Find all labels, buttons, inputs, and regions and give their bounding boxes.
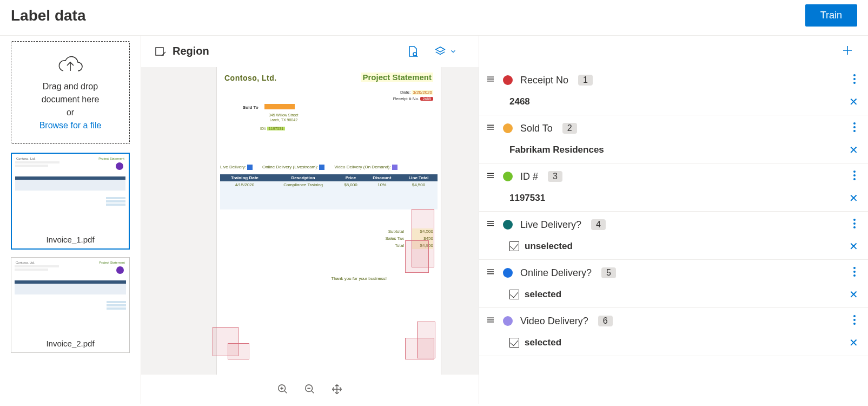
layers-icon[interactable] bbox=[434, 45, 457, 57]
document-table: Training DateDescriptionPriceDiscountLin… bbox=[220, 174, 438, 209]
clear-value-button[interactable]: ✕ bbox=[849, 192, 858, 205]
region-draw-icon bbox=[154, 45, 167, 58]
field-shortcut-badge: 1 bbox=[578, 75, 593, 86]
label-field: Sold To 2 Fabrikam Residences ✕ bbox=[479, 115, 868, 163]
field-shortcut-badge: 4 bbox=[591, 219, 606, 230]
page-title: Label data bbox=[11, 7, 85, 24]
thumbnail-caption: Invoice_1.pdf bbox=[12, 232, 129, 248]
add-field-button[interactable] bbox=[841, 44, 854, 59]
svg-point-21 bbox=[853, 323, 856, 325]
fit-icon[interactable] bbox=[331, 383, 343, 395]
field-shortcut-badge: 2 bbox=[562, 123, 577, 134]
thumbnail-caption: Invoice_2.pdf bbox=[11, 336, 129, 352]
upload-dropzone[interactable]: Drag and drop document here or Browse fo… bbox=[11, 41, 130, 144]
field-name: Online Delivery? bbox=[520, 267, 592, 279]
clear-value-button[interactable]: ✕ bbox=[849, 288, 858, 301]
svg-point-12 bbox=[853, 178, 856, 180]
viewer-toolbar: Region bbox=[141, 36, 479, 67]
field-color-dot bbox=[503, 316, 513, 326]
cloud-upload-icon bbox=[16, 55, 125, 78]
drag-handle-icon[interactable] bbox=[486, 267, 495, 279]
svg-point-11 bbox=[853, 174, 856, 176]
label-field: Receipt No 1 2468 ✕ bbox=[479, 67, 868, 115]
field-name: Sold To bbox=[520, 123, 553, 134]
region-tool[interactable]: Region bbox=[154, 45, 209, 58]
field-name: Receipt No bbox=[520, 75, 568, 86]
field-color-dot bbox=[503, 172, 513, 181]
document-viewer: Region Conto bbox=[141, 36, 479, 404]
svg-point-1 bbox=[413, 53, 416, 56]
label-field: Video Delivery? 6 selected ✕ bbox=[479, 308, 868, 356]
svg-point-15 bbox=[853, 226, 856, 228]
labeled-indicator-icon bbox=[116, 162, 123, 170]
label-field: Live Delivery? 4 unselected ✕ bbox=[479, 212, 868, 260]
svg-point-10 bbox=[853, 171, 856, 173]
field-menu-button[interactable] bbox=[851, 216, 858, 233]
svg-point-13 bbox=[853, 219, 856, 221]
zoom-out-icon[interactable] bbox=[304, 383, 316, 395]
clear-value-button[interactable]: ✕ bbox=[849, 143, 858, 156]
field-menu-button[interactable] bbox=[851, 120, 858, 137]
drag-handle-icon[interactable] bbox=[486, 219, 495, 231]
field-shortcut-badge: 3 bbox=[548, 171, 562, 182]
checkbox-icon bbox=[509, 241, 519, 251]
train-button[interactable]: Train bbox=[805, 4, 857, 27]
field-menu-button[interactable] bbox=[851, 264, 858, 281]
svg-point-20 bbox=[853, 319, 856, 321]
document-thumbnail[interactable]: Contoso, Ltd.Project Statement Invoice_2… bbox=[11, 257, 130, 353]
field-name: Video Delivery? bbox=[520, 316, 588, 327]
clear-value-button[interactable]: ✕ bbox=[849, 95, 858, 108]
svg-point-14 bbox=[853, 222, 856, 225]
browse-file-link[interactable]: Browse for a file bbox=[16, 121, 125, 130]
svg-point-6 bbox=[853, 82, 856, 84]
zoom-in-icon[interactable] bbox=[277, 383, 289, 395]
field-color-dot bbox=[503, 123, 513, 133]
drag-handle-icon[interactable] bbox=[486, 171, 495, 182]
svg-rect-0 bbox=[156, 48, 163, 55]
clear-value-button[interactable]: ✕ bbox=[849, 240, 858, 253]
svg-point-16 bbox=[853, 267, 856, 269]
field-value: Fabrikam Residences bbox=[509, 145, 604, 155]
label-field: ID # 3 1197531 ✕ bbox=[479, 163, 868, 212]
label-fields-panel: Receipt No 1 2468 ✕ Sold To 2 Fabrikam R… bbox=[479, 36, 868, 404]
svg-point-18 bbox=[853, 274, 856, 277]
field-menu-button[interactable] bbox=[851, 168, 858, 185]
field-color-dot bbox=[503, 75, 513, 85]
field-color-dot bbox=[503, 268, 513, 278]
sold-to-highlight bbox=[264, 104, 295, 109]
svg-point-7 bbox=[853, 122, 856, 125]
svg-point-4 bbox=[853, 74, 856, 76]
clear-value-button[interactable]: ✕ bbox=[849, 336, 858, 349]
svg-point-8 bbox=[853, 126, 856, 128]
checkbox-icon bbox=[509, 290, 519, 299]
viewer-page-controls bbox=[141, 375, 479, 404]
field-value: selected bbox=[525, 337, 561, 348]
field-shortcut-badge: 6 bbox=[598, 316, 613, 326]
labeled-indicator-icon bbox=[116, 266, 124, 274]
field-menu-button[interactable] bbox=[851, 71, 858, 89]
field-value: unselected bbox=[525, 241, 573, 252]
field-shortcut-badge: 5 bbox=[601, 267, 616, 278]
field-value: 2468 bbox=[509, 96, 530, 107]
label-field: Online Delivery? 5 selected ✕ bbox=[479, 260, 868, 308]
drag-handle-icon[interactable] bbox=[486, 315, 495, 327]
field-value: 1197531 bbox=[509, 193, 545, 204]
svg-point-9 bbox=[853, 130, 856, 132]
document-canvas[interactable]: Contoso, Ltd. Project Statement Date: 3/… bbox=[141, 67, 479, 404]
svg-point-5 bbox=[853, 78, 856, 80]
drag-handle-icon[interactable] bbox=[486, 122, 495, 134]
svg-point-17 bbox=[853, 271, 856, 273]
field-color-dot bbox=[503, 220, 513, 230]
field-name: Live Delivery? bbox=[520, 219, 581, 231]
svg-point-19 bbox=[853, 315, 856, 317]
document-list: Drag and drop document here or Browse fo… bbox=[0, 36, 141, 404]
checkbox-icon bbox=[509, 338, 519, 348]
document-thumbnail[interactable]: Contoso, Ltd.Project Statement Invoice_1… bbox=[11, 153, 130, 250]
app-header: Label data Train bbox=[0, 0, 868, 36]
field-value: selected bbox=[525, 289, 561, 300]
field-name: ID # bbox=[520, 171, 538, 182]
analyze-icon[interactable] bbox=[406, 45, 419, 58]
drag-handle-icon[interactable] bbox=[486, 74, 495, 86]
chevron-down-icon bbox=[449, 48, 457, 55]
field-menu-button[interactable] bbox=[851, 312, 858, 330]
